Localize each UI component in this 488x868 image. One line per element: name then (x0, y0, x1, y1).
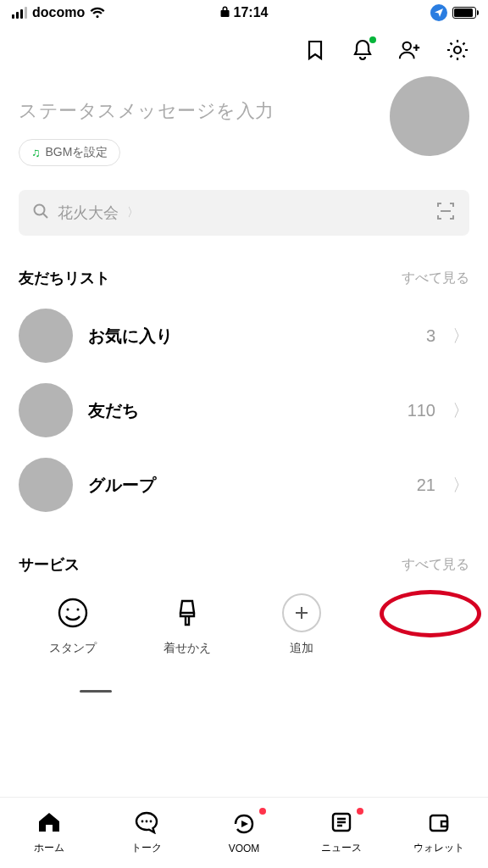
smile-icon (53, 593, 92, 632)
add-friend-icon[interactable] (398, 38, 422, 62)
friends-see-all[interactable]: すべて見る (402, 270, 469, 287)
tab-talk[interactable]: トーク (97, 798, 195, 868)
services-section-header: サービス すべて見る (0, 522, 488, 585)
svg-point-8 (149, 821, 152, 823)
row-count: 3 (426, 326, 435, 346)
svg-rect-11 (441, 821, 447, 826)
search-bar[interactable]: 花火大会 〉 (19, 190, 469, 236)
status-bar: docomo 17:14 (0, 0, 488, 25)
scroll-indicator (80, 690, 112, 693)
service-add[interactable]: 追加 (247, 593, 355, 656)
tab-label: ウォレット (413, 841, 464, 855)
svg-point-7 (145, 821, 147, 823)
search-placeholder: 花火大会 (58, 203, 119, 223)
row-label: グループ (88, 474, 402, 497)
avatar (19, 309, 73, 363)
svg-point-2 (35, 205, 45, 215)
svg-point-6 (141, 821, 143, 823)
service-label: 着せかえ (164, 641, 211, 656)
chat-icon (134, 810, 159, 837)
tab-label: VOOM (229, 843, 260, 854)
search-icon (32, 203, 49, 223)
play-icon (230, 812, 258, 839)
music-note-icon: ♫ (31, 146, 41, 159)
row-label: お気に入り (88, 325, 411, 348)
plus-icon (282, 593, 321, 632)
avatar[interactable] (390, 76, 469, 156)
tab-home[interactable]: ホーム (0, 798, 97, 868)
avatar (19, 383, 73, 437)
row-count: 21 (417, 476, 435, 495)
friends-row-favorites[interactable]: お気に入り 3 〉 (0, 298, 488, 373)
avatar (19, 458, 73, 512)
services-see-all[interactable]: すべて見る (402, 556, 469, 574)
svg-point-4 (66, 609, 69, 611)
svg-point-5 (76, 609, 79, 611)
bookmark-icon[interactable] (303, 38, 327, 62)
service-theme[interactable]: 着せかえ (133, 593, 241, 656)
services-grid: スタンプ 着せかえ 追加 (0, 585, 488, 656)
chevron-right-icon: 〉 (452, 474, 469, 497)
tab-voom[interactable]: VOOM (195, 798, 292, 868)
tab-label: トーク (131, 841, 162, 855)
profile-area: ステータスメッセージを入力 ♫ BGMを設定 (0, 75, 488, 175)
svg-point-3 (59, 599, 86, 626)
svg-point-1 (454, 47, 461, 53)
brush-icon (168, 593, 207, 632)
friends-section-header: 友だちリスト すべて見る (0, 246, 488, 298)
location-icon (430, 4, 447, 21)
scan-icon[interactable] (435, 201, 456, 225)
tab-wallet[interactable]: ウォレット (391, 798, 488, 868)
battery-icon (452, 7, 476, 19)
friends-row-friends[interactable]: 友だち 110 〉 (0, 373, 488, 448)
bottom-tab-bar: ホーム トーク VOOM ニュース ウォレット (0, 797, 488, 868)
lock-icon (220, 6, 230, 20)
svg-rect-10 (430, 815, 447, 831)
home-icon (36, 810, 62, 837)
service-label: スタンプ (49, 641, 97, 656)
tab-label: ホーム (34, 841, 64, 855)
bgm-label: BGMを設定 (46, 145, 108, 160)
row-label: 友だち (88, 399, 392, 422)
bell-icon[interactable] (351, 38, 374, 62)
top-toolbar (0, 25, 488, 75)
service-label: 追加 (290, 641, 313, 656)
row-count: 110 (408, 401, 435, 420)
service-stamp[interactable]: スタンプ (19, 593, 126, 656)
bgm-chip[interactable]: ♫ BGMを設定 (19, 139, 120, 166)
services-title: サービス (19, 554, 80, 575)
chevron-right-icon: 〉 (452, 399, 469, 422)
friends-title: 友だちリスト (19, 268, 110, 288)
tab-label: ニュース (321, 841, 362, 855)
chevron-right-icon: 〉 (452, 325, 469, 348)
carrier-label: docomo (32, 5, 85, 20)
wifi-icon (90, 7, 105, 19)
friends-row-groups[interactable]: グループ 21 〉 (0, 448, 488, 522)
svg-point-0 (403, 42, 411, 50)
clock-label: 17:14 (234, 5, 269, 20)
wallet-icon (427, 810, 451, 837)
signal-icon (12, 7, 27, 19)
gear-icon[interactable] (446, 38, 469, 62)
chevron-right-icon: 〉 (127, 205, 139, 220)
tab-news[interactable]: ニュース (293, 798, 391, 868)
news-icon (330, 810, 353, 837)
